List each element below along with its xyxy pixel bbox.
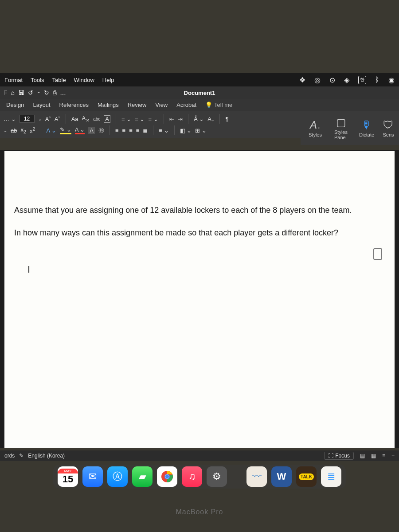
dock-appstore[interactable]: Ⓐ bbox=[107, 466, 128, 487]
dictate-button[interactable]: 🎙 Dictate bbox=[355, 119, 379, 137]
grow-font-button[interactable]: Aˆ bbox=[45, 116, 51, 122]
menu-tools[interactable]: Tools bbox=[31, 77, 44, 83]
dock-chrome[interactable] bbox=[157, 466, 177, 487]
sensitivity-button[interactable]: 🛡 Sens bbox=[380, 119, 396, 137]
redo-icon[interactable]: ↻ bbox=[44, 89, 49, 96]
dock-todo[interactable]: ≣ bbox=[321, 466, 341, 487]
dock-settings[interactable]: ⚙︎ bbox=[207, 466, 227, 487]
document-canvas[interactable]: Assume that you are assigning one of 12 … bbox=[0, 150, 399, 448]
tab-references[interactable]: References bbox=[59, 102, 89, 108]
device-label: MacBook Pro bbox=[176, 508, 223, 516]
bluetooth-icon[interactable]: ᛒ bbox=[375, 76, 379, 84]
bullets-button[interactable]: ≡ ⌄ bbox=[121, 116, 131, 122]
undo-chevron-icon[interactable]: ⌄ bbox=[37, 89, 40, 96]
pilcrow-button[interactable]: ¶ bbox=[225, 116, 228, 122]
ribbon-right-group: A⌄ Styles ▢ Styles Pane 🎙 Dictate 🛡 Sens bbox=[301, 111, 399, 145]
font-color-button[interactable]: A ⌄ bbox=[75, 126, 85, 134]
web-layout-icon[interactable]: ≡ bbox=[382, 453, 385, 459]
dock-app-extra[interactable]: 〰 bbox=[246, 466, 267, 487]
print-layout-icon[interactable]: ▦ bbox=[371, 453, 376, 459]
menu-help[interactable]: Help bbox=[102, 77, 114, 83]
menu-table[interactable]: Table bbox=[52, 77, 66, 83]
tab-view[interactable]: View bbox=[155, 102, 168, 108]
menu-window[interactable]: Window bbox=[74, 77, 94, 83]
shrink-font-button[interactable]: Aˇ bbox=[55, 116, 60, 122]
play-icon[interactable]: ⊙ bbox=[329, 76, 335, 84]
subscript-button[interactable]: x2 bbox=[20, 126, 26, 134]
enclose-char-button[interactable]: ㊕ bbox=[98, 126, 104, 134]
titlebar: F ⌂ 🖫 ↺ ⌄ ↻ ⎙ … Document1 bbox=[0, 86, 399, 99]
appstore-icon: Ⓐ bbox=[113, 470, 122, 483]
dock-word[interactable]: W bbox=[271, 466, 292, 487]
font-size-chevron-icon[interactable]: ⌄ bbox=[38, 117, 42, 121]
char-border-button[interactable]: A bbox=[104, 115, 110, 123]
more-icon[interactable]: … bbox=[60, 89, 66, 96]
line-spacing-button[interactable]: ≡ ⌄ bbox=[159, 127, 168, 134]
zoom-out-icon[interactable]: − bbox=[391, 453, 395, 459]
distributed-button[interactable]: ≣ bbox=[143, 127, 148, 134]
extra-icon: 〰 bbox=[252, 471, 262, 482]
dec-indent-button[interactable]: ⇤ bbox=[169, 116, 174, 122]
facetime-icon: ▰ bbox=[139, 471, 146, 482]
todo-icon: ≣ bbox=[327, 471, 335, 482]
svg-point-4 bbox=[165, 475, 169, 478]
read-mode-icon[interactable]: ▤ bbox=[360, 453, 365, 459]
dropbox-icon[interactable]: ❖ bbox=[299, 76, 305, 84]
language-label[interactable]: English (Korea) bbox=[28, 453, 65, 459]
text-effects-button[interactable]: A ⌄ bbox=[47, 127, 57, 134]
tab-layout[interactable]: Layout bbox=[33, 102, 50, 108]
wifi-icon[interactable]: ◉ bbox=[388, 76, 395, 84]
menu-format[interactable]: Format bbox=[4, 77, 23, 83]
ribbon-tabs: Design Layout References Mailings Review… bbox=[0, 99, 399, 111]
document-page[interactable]: Assume that you are assigning one of 12 … bbox=[4, 151, 395, 448]
microphone-icon: 🎙 bbox=[361, 119, 372, 131]
char-shading-button[interactable]: A bbox=[88, 127, 95, 134]
highlight-button[interactable]: ✎ ⌄ bbox=[60, 126, 71, 134]
save-icon[interactable]: 🖫 bbox=[18, 89, 24, 96]
print-icon[interactable]: ⎙ bbox=[53, 89, 56, 96]
dock-music[interactable]: ♫ bbox=[182, 466, 202, 487]
hangul-icon[interactable]: 한 bbox=[358, 76, 366, 84]
word-window: F ⌂ 🖫 ↺ ⌄ ↻ ⎙ … Document1 Design Layout … bbox=[0, 86, 399, 138]
dock-mail[interactable]: ✉︎ bbox=[82, 466, 103, 487]
tell-me[interactable]: 💡 Tell me bbox=[205, 102, 232, 108]
shading-button[interactable]: ◧ ⌄ bbox=[180, 127, 192, 134]
focus-icon: ⛶ bbox=[328, 453, 333, 459]
superscript-button[interactable]: x2 bbox=[30, 126, 35, 134]
sort-button[interactable]: A↓ bbox=[207, 116, 214, 122]
dock-calendar[interactable]: MAY 15 bbox=[58, 466, 78, 487]
home-icon[interactable]: ⌂ bbox=[11, 89, 15, 96]
dock-kakaotalk[interactable]: TALK bbox=[296, 466, 317, 487]
paste-options-icon[interactable] bbox=[373, 248, 382, 260]
at-icon[interactable]: ◎ bbox=[314, 76, 321, 84]
phonetic-button[interactable]: abc bbox=[93, 117, 100, 121]
styles-pane-icon: ▢ bbox=[336, 116, 346, 129]
align-right-button[interactable]: ≡ bbox=[129, 127, 133, 134]
numbering-button[interactable]: ≡ ⌄ bbox=[135, 116, 145, 122]
row2-chevron-icon[interactable]: ⌄ bbox=[4, 128, 7, 133]
borders-button[interactable]: ⊞ ⌄ bbox=[195, 127, 207, 134]
justify-button[interactable]: ≡ bbox=[136, 127, 140, 134]
font-size-input[interactable]: 12 bbox=[20, 115, 35, 123]
tab-mailings[interactable]: Mailings bbox=[98, 102, 119, 108]
multilevel-button[interactable]: ≡ ⌄ bbox=[148, 116, 158, 122]
tab-acrobat[interactable]: Acrobat bbox=[176, 102, 196, 108]
clear-format-button[interactable]: A⨯ bbox=[82, 115, 90, 123]
focus-button[interactable]: ⛶ Focus bbox=[324, 452, 354, 460]
inc-indent-button[interactable]: ⇥ bbox=[178, 116, 183, 122]
diamond-icon[interactable]: ◈ bbox=[344, 76, 349, 84]
strike-button[interactable]: ab bbox=[11, 127, 17, 134]
change-case-button[interactable]: Aa bbox=[71, 116, 78, 122]
styles-pane-button[interactable]: ▢ Styles Pane bbox=[329, 116, 353, 140]
undo-icon[interactable]: ↺ bbox=[28, 89, 33, 96]
dock-facetime[interactable]: ▰ bbox=[132, 466, 153, 487]
align-center-button[interactable]: ≡ bbox=[122, 127, 126, 134]
asian-layout-button[interactable]: A̽ ⌄ bbox=[194, 116, 204, 122]
tab-design[interactable]: Design bbox=[6, 102, 24, 108]
word-count[interactable]: ords bbox=[4, 453, 15, 459]
tab-review[interactable]: Review bbox=[128, 102, 147, 108]
styles-button[interactable]: A⌄ Styles bbox=[303, 119, 327, 137]
align-left-button[interactable]: ≡ bbox=[115, 127, 119, 134]
spellcheck-icon[interactable]: ✎ bbox=[19, 453, 23, 459]
font-name-more[interactable]: … ⌄ bbox=[4, 116, 16, 122]
